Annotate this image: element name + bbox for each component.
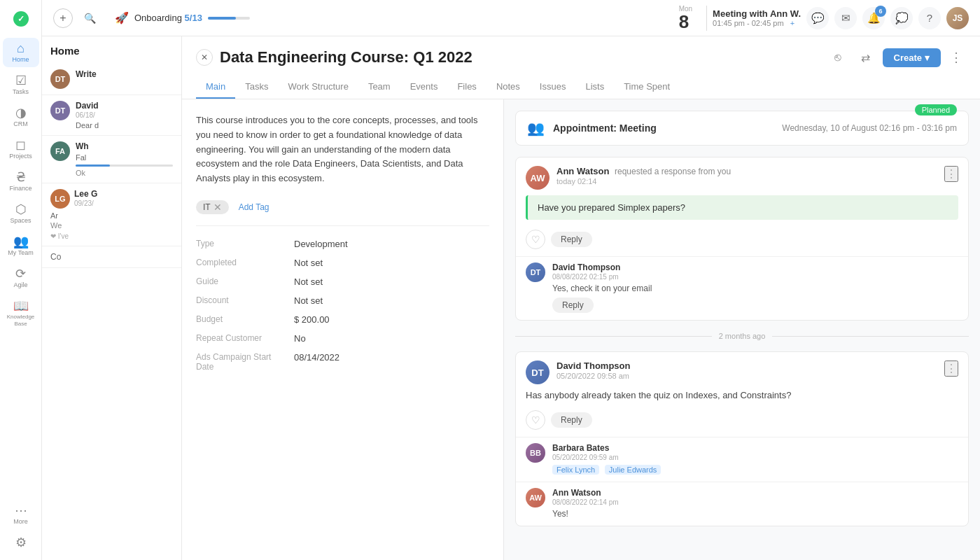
external-link-button[interactable]: ⎋ [827, 46, 849, 69]
comment-time: today 02:14 [556, 177, 937, 186]
sidebar-item-myteam[interactable]: 👥 My Team [3, 231, 39, 260]
onboarding-icon: 🚀 [115, 11, 129, 24]
tab-notes[interactable]: Notes [486, 76, 530, 99]
comment-more-button[interactable]: ⋮ [944, 166, 958, 182]
sidebar-item-label: Knowledge Base [6, 314, 36, 327]
project-actions: ⎋ ⇄ Create ▾ ⋮ [827, 46, 966, 69]
mail-button[interactable]: ✉ [834, 7, 857, 29]
reply-author: David Thompson [552, 262, 958, 272]
comment-block: AW Ann Watson requested a response from … [515, 157, 969, 321]
app-logo[interactable]: ✓ [9, 7, 33, 31]
list-item[interactable]: FA Wh Fal Ok [42, 136, 181, 183]
tab-main[interactable]: Main [196, 76, 235, 99]
feed-item-text: Fal [76, 153, 173, 162]
myteam-icon: 👥 [13, 235, 29, 248]
agile-icon: ⟳ [15, 267, 26, 280]
tab-files[interactable]: Files [447, 76, 486, 99]
notification-badge: 6 [875, 6, 886, 17]
crm-icon: ◑ [15, 106, 27, 119]
comment-more-button[interactable]: ⋮ [944, 360, 958, 377]
sidebar-item-more[interactable]: ⋯ More [3, 500, 39, 529]
sidebar-item-crm[interactable]: ◑ CRM [3, 102, 39, 132]
like-button[interactable]: ♡ [526, 410, 545, 430]
remove-tag-button[interactable]: ✕ [214, 202, 222, 212]
avatar: DT [50, 69, 70, 89]
like-button[interactable]: ♡ [526, 230, 545, 249]
reply-button[interactable]: Reply [551, 232, 592, 247]
notification-button[interactable]: 🔔 6 [862, 7, 885, 29]
feed-extra: We [50, 221, 173, 230]
tab-team[interactable]: Team [358, 76, 400, 99]
feed-item-name: Lee G [74, 189, 97, 199]
comment-status: requested a response from you [615, 167, 731, 176]
onboarding-widget[interactable]: 🚀 Onboarding 5/13 [106, 8, 258, 27]
reply-time: 05/20/2022 09:59 am [552, 454, 958, 461]
feed-item-name: Write [76, 69, 173, 79]
sidebar-item-label: CRM [13, 120, 28, 127]
tab-events[interactable]: Events [400, 76, 448, 99]
project-content: This course introduces you to the core c… [182, 99, 980, 560]
field-budget: Budget $ 200.00 [196, 310, 489, 329]
reply-button[interactable]: Reply [552, 298, 594, 313]
feed-item-text: Co [50, 252, 173, 262]
message-button[interactable]: 💭 [890, 7, 913, 29]
sidebar-item-settings[interactable]: ⚙ [3, 532, 39, 553]
sidebar-item-label: My Team [8, 249, 33, 256]
tab-time-spent[interactable]: Time Spent [614, 76, 680, 99]
chat-button[interactable]: 💬 [806, 7, 829, 29]
sidebar-item-label: Projects [9, 153, 32, 160]
tab-work-structure[interactable]: Work Structure [278, 76, 358, 99]
details-panel: This course introduces you to the core c… [182, 99, 504, 560]
list-item[interactable]: Co [42, 246, 181, 268]
project-header: ✕ Data Engineering Course: Q1 2022 ⎋ ⇄ C… [182, 36, 980, 99]
sidebar-item-label: Agile [13, 281, 27, 288]
sidebar-item-label: Spaces [10, 217, 31, 224]
field-discount: Discount Not set [196, 291, 489, 310]
tab-tasks[interactable]: Tasks [235, 76, 278, 99]
onboarding-bar-fill [208, 17, 236, 20]
feed-item-date: 09/23/ [74, 200, 97, 207]
avatar: DT [526, 360, 550, 384]
add-meeting-btn[interactable]: + [790, 19, 794, 27]
sidebar-item-knowledge-base[interactable]: 📖 Knowledge Base [3, 295, 39, 331]
comment-time: 05/20/2022 09:58 am [556, 372, 937, 380]
feed-like-btn[interactable]: ❤ I've [50, 232, 173, 240]
search-button[interactable]: 🔍 [80, 8, 99, 28]
field-repeat-customer: Repeat Customer No [196, 329, 489, 348]
appointment-title: Appointment: Meeting [553, 122, 657, 134]
tab-issues[interactable]: Issues [530, 76, 576, 99]
help-button[interactable]: ? [918, 7, 941, 29]
sidebar-item-agile[interactable]: ⟳ Agile [3, 263, 39, 293]
sidebar-item-spaces[interactable]: ⬡ Spaces [3, 199, 39, 228]
field-completed: Completed Not set [196, 253, 489, 272]
avatar: FA [50, 141, 70, 161]
meeting-widget[interactable]: Meeting with Ann W. 01:45 pm - 02:45 pm … [713, 8, 801, 27]
list-item[interactable]: DT Write [42, 64, 181, 95]
feed-item-name: Wh [76, 141, 173, 151]
sidebar-item-label: Finance [9, 185, 31, 192]
time-separator: 2 months ago [515, 332, 969, 340]
sidebar-item-finance[interactable]: ₴ Finance [3, 167, 39, 196]
add-tag-button[interactable]: Add Tag [233, 200, 275, 214]
reply-button[interactable]: Reply [551, 412, 592, 428]
add-button[interactable]: + [53, 8, 73, 28]
feed-extra: Ok [76, 169, 173, 177]
progress-bar [76, 164, 173, 167]
share-button[interactable]: ⇄ [855, 46, 877, 69]
user-avatar[interactable]: JS [946, 7, 969, 29]
more-options-button[interactable]: ⋮ [946, 48, 966, 67]
sidebar-item-tasks[interactable]: ☑ Tasks [3, 70, 39, 99]
home-icon: ⌂ [17, 42, 24, 55]
list-item[interactable]: DT David 06/18/ Dear d [42, 95, 181, 136]
feed-item-name: David [76, 101, 173, 111]
date-widget: Mon 8 [671, 5, 701, 31]
sidebar-item-home[interactable]: ⌂ Home [3, 38, 39, 67]
close-button[interactable]: ✕ [196, 49, 213, 66]
comment-message: Has anybody already taken the quiz on In… [516, 390, 968, 406]
avatar: AW [526, 166, 550, 190]
create-button[interactable]: Create ▾ [883, 48, 941, 67]
onboarding-progress-bar [208, 17, 250, 20]
sidebar-item-projects[interactable]: ◻ Projects [3, 134, 39, 164]
tab-lists[interactable]: Lists [575, 76, 614, 99]
list-item[interactable]: LG Lee G 09/23/ Ar We ❤ I've [42, 183, 181, 246]
